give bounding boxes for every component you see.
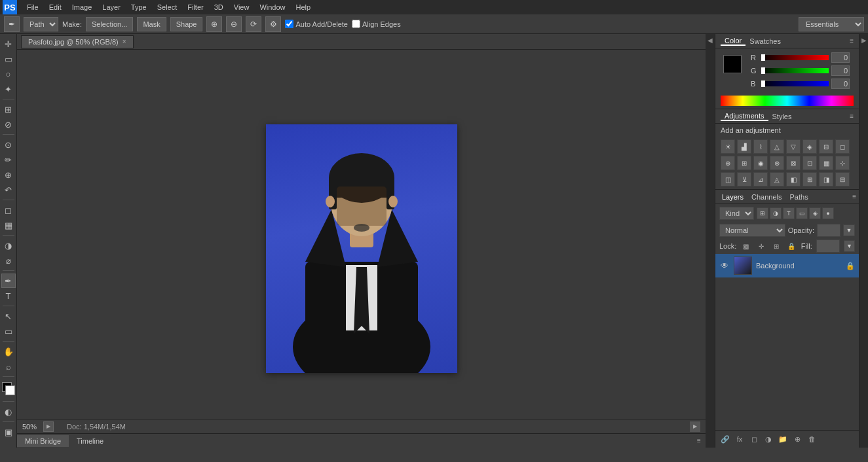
zoom-tool[interactable]: ⌕: [1, 359, 16, 374]
path-select-tool[interactable]: ↖: [1, 309, 16, 323]
lock-move-icon[interactable]: ✛: [755, 240, 766, 252]
add-anchor-icon[interactable]: ⊕: [206, 16, 222, 32]
threshold-adj-icon[interactable]: ⊡: [802, 156, 817, 170]
menu-3d[interactable]: 3D: [210, 2, 228, 12]
adj-row3-6[interactable]: ⊞: [802, 172, 817, 187]
panel-collapse-left[interactable]: ◀: [706, 34, 715, 448]
green-slider-thumb[interactable]: [761, 67, 765, 74]
opacity-input[interactable]: 100%: [817, 224, 840, 237]
layer-kind-dropdown[interactable]: Kind: [719, 207, 754, 220]
red-value-input[interactable]: 0: [831, 52, 850, 63]
invert-adj-icon[interactable]: ⊗: [770, 156, 784, 170]
menu-help[interactable]: Help: [292, 2, 316, 12]
adj-panel-menu-btn[interactable]: ≡: [850, 113, 854, 120]
selectcolor-adj-icon[interactable]: ⊹: [835, 156, 850, 170]
quick-mask-btn[interactable]: ◐: [1, 404, 16, 419]
color-panel-menu-btn[interactable]: ≡: [850, 37, 854, 44]
screen-mode-btn[interactable]: ▣: [1, 425, 16, 439]
channels-tab[interactable]: Channels: [747, 192, 785, 202]
rect-shape-tool[interactable]: ▭: [1, 324, 16, 338]
blue-value-input[interactable]: 0: [831, 79, 850, 89]
filter-pixel-icon[interactable]: ⊞: [757, 207, 768, 219]
styles-tab[interactable]: Styles: [768, 113, 796, 120]
add-mask-icon[interactable]: ◻: [748, 433, 760, 445]
magic-wand-tool[interactable]: ✦: [1, 82, 16, 96]
brush-tool[interactable]: ✏: [1, 152, 16, 167]
align-edges-checkbox[interactable]: Align Edges: [352, 20, 401, 28]
del-anchor-icon[interactable]: ⊖: [226, 16, 242, 32]
background-color[interactable]: [5, 385, 15, 395]
adj-row3-5[interactable]: ◧: [786, 172, 801, 187]
spot-heal-tool[interactable]: ⊙: [1, 137, 16, 152]
color-tab[interactable]: Color: [721, 37, 745, 46]
adjustments-tab[interactable]: Adjustments: [721, 112, 768, 121]
layer-visibility-icon[interactable]: 👁: [719, 260, 730, 271]
filter-smart-icon[interactable]: ◈: [809, 207, 821, 219]
essentials-dropdown[interactable]: Essentials: [799, 17, 864, 31]
mask-button[interactable]: Mask: [137, 17, 166, 31]
menu-file[interactable]: File: [22, 2, 43, 12]
colorlookup-adj-icon[interactable]: ◉: [753, 156, 768, 170]
color-swatch[interactable]: [2, 382, 15, 395]
menu-view[interactable]: View: [229, 2, 254, 12]
bw-adj-icon[interactable]: ◻: [835, 139, 850, 154]
table-row[interactable]: 👁 Background 🔒: [715, 254, 859, 277]
paths-tab[interactable]: Paths: [786, 192, 812, 202]
fill-menu-icon[interactable]: ▼: [844, 240, 855, 252]
menu-image[interactable]: Image: [67, 2, 97, 12]
curves-adj-icon[interactable]: ⌇: [753, 139, 768, 154]
move-tool[interactable]: ✛: [1, 37, 16, 51]
pen-tool[interactable]: ✒: [1, 274, 16, 288]
opacity-menu-icon[interactable]: ▼: [843, 224, 855, 236]
mini-bridge-tab[interactable]: Mini Bridge: [17, 435, 69, 447]
fill-input[interactable]: 100%: [816, 240, 840, 253]
adj-row3-4[interactable]: ◬: [770, 172, 784, 187]
delete-layer-icon[interactable]: 🗑: [806, 433, 818, 445]
channelmix-adj-icon[interactable]: ⊞: [737, 156, 751, 170]
green-value-input[interactable]: 0: [831, 65, 850, 76]
selection-button[interactable]: Selection...: [86, 17, 133, 31]
photofilt-adj-icon[interactable]: ⊕: [721, 156, 735, 170]
auto-add-delete-checkbox[interactable]: Auto Add/Delete: [285, 20, 348, 28]
close-tab-icon[interactable]: ×: [123, 38, 126, 45]
blend-mode-dropdown[interactable]: Normal: [719, 224, 785, 237]
swatches-tab[interactable]: Swatches: [745, 37, 785, 45]
path-type-dropdown[interactable]: Path: [24, 17, 58, 31]
zoom-indicator-btn[interactable]: ▶: [43, 421, 54, 432]
red-slider-thumb[interactable]: [761, 54, 765, 61]
adj-row3-7[interactable]: ◨: [819, 172, 833, 187]
history-brush-tool[interactable]: ↶: [1, 183, 16, 197]
menu-layer[interactable]: Layer: [98, 2, 125, 12]
menu-type[interactable]: Type: [126, 2, 151, 12]
dodge-tool[interactable]: ◑: [1, 238, 16, 253]
menu-filter[interactable]: Filter: [183, 2, 208, 12]
filter-shape-icon[interactable]: ▭: [796, 207, 808, 219]
new-fill-adj-icon[interactable]: ◑: [763, 433, 774, 445]
gradmap-adj-icon[interactable]: ▦: [819, 156, 833, 170]
new-group-icon[interactable]: 📁: [777, 433, 789, 445]
adj-row3-3[interactable]: ⊿: [753, 172, 768, 187]
gradient-tool[interactable]: ▦: [1, 218, 16, 232]
shape-button[interactable]: Shape: [170, 17, 203, 31]
posterize-adj-icon[interactable]: ⊠: [786, 156, 801, 170]
lock-pixels-icon[interactable]: ▩: [740, 240, 751, 252]
timeline-tab[interactable]: Timeline: [69, 435, 111, 447]
clone-stamp-tool[interactable]: ⊕: [1, 168, 16, 182]
adj-row3-2[interactable]: ⊻: [737, 172, 751, 187]
hand-tool[interactable]: ✋: [1, 344, 16, 359]
colorbalance-adj-icon[interactable]: ⊟: [819, 139, 833, 154]
new-layer-icon[interactable]: ⊕: [791, 433, 803, 445]
link-layers-icon[interactable]: 🔗: [719, 433, 731, 445]
layers-panel-menu-btn[interactable]: ≡: [852, 193, 856, 200]
panel-menu-icon[interactable]: ≡: [692, 435, 706, 448]
layers-tab[interactable]: Layers: [718, 192, 747, 202]
text-tool[interactable]: T: [1, 289, 16, 303]
panel-collapse-right[interactable]: ▶: [859, 34, 868, 448]
menu-select[interactable]: Select: [153, 2, 182, 12]
options-gear-icon[interactable]: ⚙: [265, 16, 281, 32]
menu-edit[interactable]: Edit: [45, 2, 66, 12]
crop-tool[interactable]: ⊞: [1, 102, 16, 116]
vibrance-adj-icon[interactable]: ▽: [786, 139, 801, 154]
blue-slider-thumb[interactable]: [761, 80, 765, 87]
lock-artboard-icon[interactable]: ⊞: [770, 240, 782, 252]
